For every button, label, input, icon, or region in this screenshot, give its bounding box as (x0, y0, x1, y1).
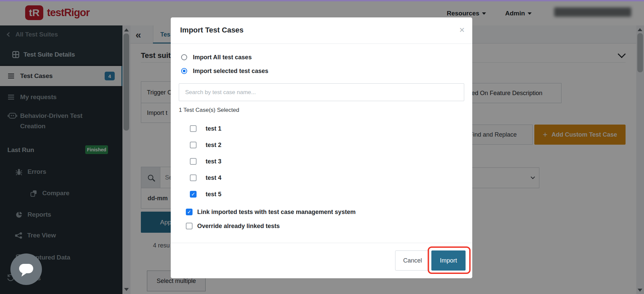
checkbox-test-1[interactable] (190, 125, 197, 132)
test-label[interactable]: test 1 (206, 125, 221, 132)
chat-widget-button[interactable] (10, 253, 42, 285)
browser-extension-strip (0, 0, 644, 1)
footer-divider (171, 243, 472, 243)
radio-import-selected-label[interactable]: Import selected test cases (193, 68, 268, 75)
import-test-cases-modal: Import Test Cases ✕ Import All test case… (171, 17, 472, 278)
test-label[interactable]: test 4 (206, 174, 221, 181)
radio-import-all-label[interactable]: Import All test cases (193, 54, 252, 61)
annotation-highlight-box (428, 246, 471, 274)
chat-bubble-icon (17, 261, 36, 278)
selected-count-text: 1 Test Case(s) Selected (179, 107, 239, 114)
radio-import-all[interactable] (181, 54, 187, 60)
cancel-button[interactable]: Cancel (395, 250, 430, 271)
close-icon[interactable]: ✕ (459, 26, 465, 34)
checkbox-override-linked-tests[interactable] (186, 223, 193, 229)
checkbox-test-2[interactable] (190, 142, 197, 148)
checkbox-test-5[interactable]: ✓ (190, 191, 197, 198)
divider (171, 44, 472, 44)
test-label[interactable]: test 5 (206, 191, 221, 198)
test-case-search-input[interactable] (179, 83, 464, 101)
checkbox-link-imported-tests[interactable]: ✓ (186, 209, 193, 215)
override-linked-tests-label[interactable]: Override already linked tests (197, 223, 280, 230)
link-imported-tests-label[interactable]: Link imported tests with test case manag… (197, 209, 356, 216)
radio-import-selected[interactable] (181, 68, 187, 74)
test-label[interactable]: test 2 (206, 142, 221, 149)
checkbox-test-4[interactable] (190, 174, 197, 181)
checkbox-test-3[interactable] (190, 158, 197, 165)
modal-title: Import Test Cases (180, 26, 244, 34)
app-window: tR testRigor Resources Admin All Test Su… (0, 0, 644, 294)
test-label[interactable]: test 3 (206, 158, 221, 165)
cancel-label: Cancel (403, 257, 422, 264)
